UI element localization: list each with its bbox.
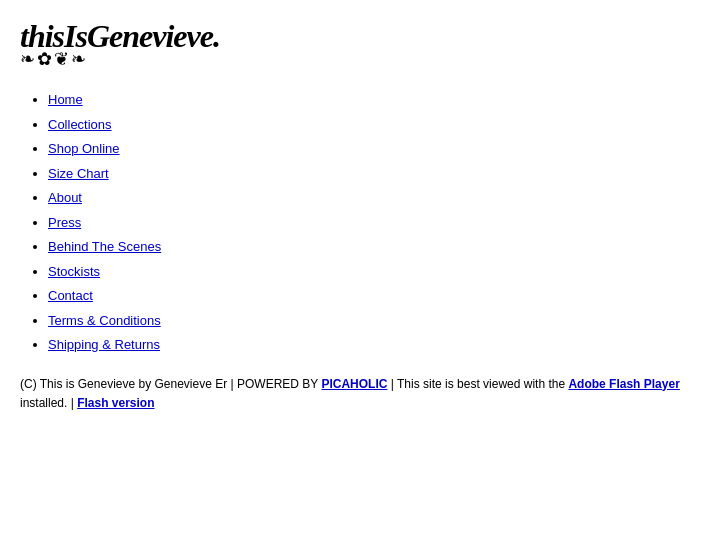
picaholic-link[interactable]: PICAHOLIC — [321, 377, 387, 391]
nav-link[interactable]: Shop Online — [48, 141, 120, 156]
nav-item: Shop Online — [48, 139, 707, 159]
nav-item: Press — [48, 213, 707, 233]
nav-item: Size Chart — [48, 164, 707, 184]
nav-link[interactable]: Collections — [48, 117, 112, 132]
nav-list: HomeCollectionsShop OnlineSize ChartAbou… — [20, 90, 707, 355]
nav-item: Behind The Scenes — [48, 237, 707, 257]
nav-item: Contact — [48, 286, 707, 306]
footer-text: (C) This is Genevieve by Genevieve Er | … — [20, 375, 707, 413]
nav-item: Shipping & Returns — [48, 335, 707, 355]
main-nav: HomeCollectionsShop OnlineSize ChartAbou… — [20, 90, 707, 355]
nav-link[interactable]: Home — [48, 92, 83, 107]
adobe-link[interactable]: Adobe Flash Player — [568, 377, 679, 391]
nav-item: Stockists — [48, 262, 707, 282]
nav-link[interactable]: Press — [48, 215, 81, 230]
nav-item: Home — [48, 90, 707, 110]
nav-link[interactable]: Shipping & Returns — [48, 337, 160, 352]
nav-link[interactable]: Stockists — [48, 264, 100, 279]
footer-prefix: (C) This is Genevieve by Genevieve Er | … — [20, 377, 321, 391]
nav-item: Terms & Conditions — [48, 311, 707, 331]
nav-link[interactable]: Size Chart — [48, 166, 109, 181]
flash-link[interactable]: Flash version — [77, 396, 154, 410]
nav-link[interactable]: About — [48, 190, 82, 205]
footer-suffix: installed. | — [20, 396, 77, 410]
logo-area: thisIsGenevieve. ❧✿❦❧ — [20, 20, 707, 70]
nav-item: Collections — [48, 115, 707, 135]
nav-item: About — [48, 188, 707, 208]
footer-middle: | This site is best viewed with the — [387, 377, 568, 391]
nav-link[interactable]: Behind The Scenes — [48, 239, 161, 254]
nav-link[interactable]: Terms & Conditions — [48, 313, 161, 328]
nav-link[interactable]: Contact — [48, 288, 93, 303]
